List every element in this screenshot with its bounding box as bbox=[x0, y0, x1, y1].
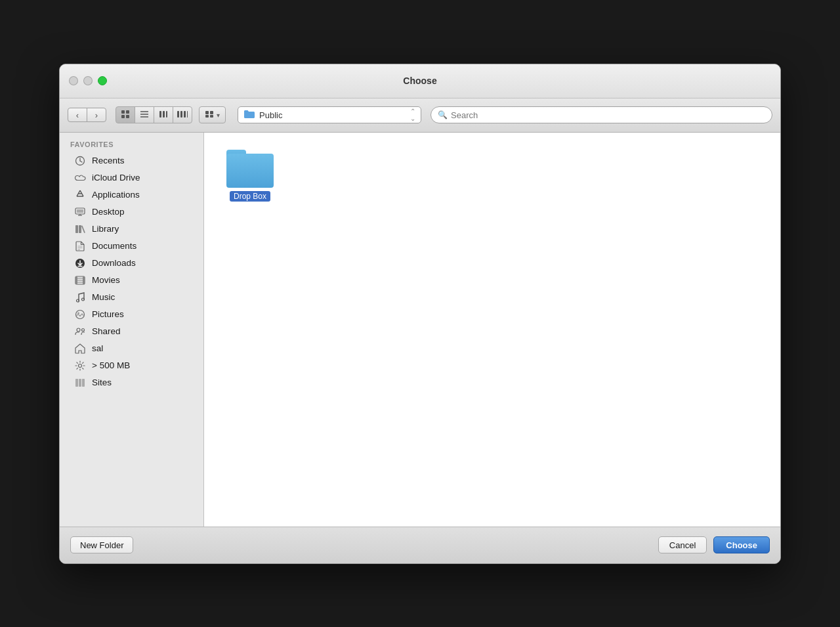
location-label: Public bbox=[259, 110, 406, 120]
forward-button[interactable]: › bbox=[87, 108, 106, 122]
sidebar-item-downloads-label: Downloads bbox=[92, 258, 136, 268]
icloud-icon bbox=[74, 172, 86, 184]
maximize-button[interactable] bbox=[98, 76, 107, 85]
view-buttons bbox=[116, 106, 192, 123]
sidebar-item-applications-label: Applications bbox=[92, 190, 140, 200]
sidebar-item-recents-label: Recents bbox=[92, 156, 125, 165]
svg-rect-16 bbox=[205, 115, 209, 118]
svg-point-46 bbox=[82, 328, 85, 331]
sidebar-item-sites-label: Sites bbox=[92, 378, 112, 387]
svg-rect-36 bbox=[75, 276, 77, 284]
svg-line-20 bbox=[80, 161, 82, 162]
svg-rect-8 bbox=[163, 111, 165, 118]
view-list-button[interactable] bbox=[135, 106, 154, 123]
sidebar-item-shared-label: Shared bbox=[92, 326, 121, 336]
column-view-icon bbox=[159, 110, 168, 120]
gear-icon bbox=[74, 360, 86, 372]
back-button[interactable]: ‹ bbox=[68, 108, 87, 122]
svg-point-41 bbox=[77, 299, 79, 302]
svg-rect-10 bbox=[177, 111, 179, 118]
toolbar: ‹ › bbox=[60, 98, 780, 133]
drop-box-label: Drop Box bbox=[230, 191, 270, 202]
movies-icon bbox=[74, 274, 86, 286]
svg-rect-17 bbox=[210, 115, 213, 118]
sidebar-item-500mb[interactable]: > 500 MB bbox=[64, 357, 200, 374]
sidebar-item-500mb-label: > 500 MB bbox=[92, 360, 130, 370]
gallery-view-icon bbox=[177, 110, 188, 120]
library-icon bbox=[74, 223, 86, 235]
svg-rect-26 bbox=[77, 209, 83, 213]
search-input[interactable] bbox=[451, 110, 765, 120]
svg-rect-37 bbox=[83, 276, 85, 284]
svg-rect-2 bbox=[121, 115, 125, 118]
music-icon bbox=[74, 292, 86, 303]
svg-rect-11 bbox=[180, 111, 182, 118]
sidebar-item-shared[interactable]: Shared bbox=[64, 323, 200, 340]
window-title: Choose bbox=[403, 76, 436, 86]
minimize-button[interactable] bbox=[83, 76, 93, 85]
view-icon-button[interactable] bbox=[116, 106, 135, 123]
arrange-button[interactable]: ▾ bbox=[199, 106, 226, 123]
svg-rect-7 bbox=[159, 111, 161, 118]
svg-rect-0 bbox=[121, 110, 125, 114]
shared-icon bbox=[74, 326, 86, 337]
svg-rect-9 bbox=[166, 111, 167, 118]
svg-rect-15 bbox=[210, 111, 213, 114]
search-icon: 🔍 bbox=[438, 110, 448, 119]
svg-rect-14 bbox=[205, 111, 209, 114]
new-folder-button[interactable]: New Folder bbox=[70, 536, 133, 553]
location-arrows-icon: ⌃⌄ bbox=[410, 108, 415, 122]
sidebar-item-sal-label: sal bbox=[92, 343, 103, 353]
sidebar: Favorites Recents iCloud Driv bbox=[60, 133, 204, 527]
sites-icon bbox=[74, 377, 86, 389]
arrange-icon bbox=[205, 110, 214, 119]
svg-rect-1 bbox=[126, 110, 129, 114]
sidebar-item-library[interactable]: Library bbox=[64, 221, 200, 238]
sidebar-item-movies-label: Movies bbox=[92, 275, 120, 285]
search-bar[interactable]: 🔍 bbox=[430, 106, 772, 123]
grid-view-icon bbox=[121, 110, 130, 121]
view-gallery-button[interactable] bbox=[173, 106, 192, 123]
drop-box-item[interactable]: Drop Box bbox=[217, 146, 283, 205]
recents-icon bbox=[74, 155, 86, 167]
sidebar-item-library-label: Library bbox=[92, 224, 119, 234]
sidebar-item-downloads[interactable]: Downloads bbox=[64, 255, 200, 272]
bottom-bar: New Folder Cancel Choose bbox=[60, 527, 780, 563]
location-bar[interactable]: Public ⌃⌄ bbox=[238, 106, 421, 123]
applications-icon bbox=[74, 189, 86, 201]
sidebar-item-movies[interactable]: Movies bbox=[64, 272, 200, 289]
choose-button[interactable]: Choose bbox=[713, 536, 770, 553]
desktop-icon bbox=[74, 206, 86, 218]
pictures-icon bbox=[74, 309, 86, 320]
sidebar-item-recents[interactable]: Recents bbox=[64, 152, 200, 169]
svg-point-45 bbox=[77, 328, 80, 332]
svg-point-42 bbox=[82, 298, 85, 301]
svg-rect-3 bbox=[126, 115, 129, 118]
sidebar-item-pictures[interactable]: Pictures bbox=[64, 306, 200, 323]
view-column-button[interactable] bbox=[154, 106, 173, 123]
downloads-icon bbox=[74, 257, 86, 269]
finder-dialog: Choose ‹ › bbox=[59, 64, 781, 564]
svg-point-48 bbox=[79, 364, 82, 367]
sidebar-item-music[interactable]: Music bbox=[64, 289, 200, 306]
sidebar-item-applications[interactable]: Applications bbox=[64, 186, 200, 204]
favorites-heading: Favorites bbox=[60, 141, 203, 152]
sidebar-item-sal[interactable]: sal bbox=[64, 340, 200, 357]
cancel-button[interactable]: Cancel bbox=[658, 536, 707, 553]
close-button[interactable] bbox=[69, 76, 78, 85]
documents-icon bbox=[74, 240, 86, 252]
home-icon bbox=[74, 343, 86, 355]
sidebar-item-desktop[interactable]: Desktop bbox=[64, 204, 200, 221]
folder-icon bbox=[226, 150, 274, 188]
sidebar-item-documents[interactable]: Documents bbox=[64, 238, 200, 255]
bottom-right-buttons: Cancel Choose bbox=[658, 536, 770, 553]
titlebar: Choose bbox=[60, 64, 780, 98]
svg-point-44 bbox=[77, 312, 79, 314]
sidebar-item-music-label: Music bbox=[92, 292, 115, 302]
arrange-chevron-icon: ▾ bbox=[217, 112, 220, 119]
sidebar-item-sites[interactable]: Sites bbox=[64, 374, 200, 391]
list-view-icon bbox=[140, 110, 149, 120]
sidebar-item-icloud[interactable]: iCloud Drive bbox=[64, 169, 200, 186]
location-folder-icon bbox=[243, 109, 255, 121]
svg-rect-12 bbox=[184, 111, 186, 118]
